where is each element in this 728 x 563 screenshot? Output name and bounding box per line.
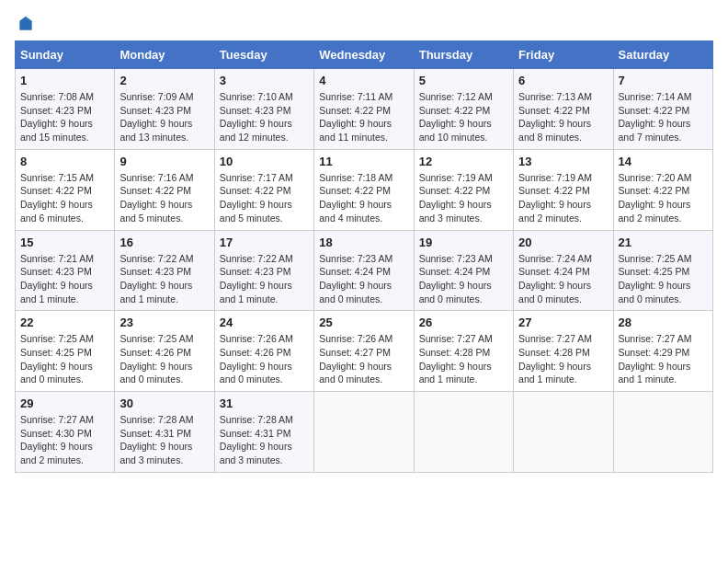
calendar-cell: 1 Sunrise: 7:08 AM Sunset: 4:23 PM Dayli…	[16, 69, 115, 150]
day-number: 17	[220, 236, 309, 249]
calendar-cell: 14 Sunrise: 7:20 AM Sunset: 4:22 PM Dayl…	[613, 149, 712, 230]
day-info: Sunrise: 7:22 AM Sunset: 4:23 PM Dayligh…	[119, 252, 209, 306]
day-number: 22	[20, 316, 109, 329]
calendar-cell: 27 Sunrise: 7:27 AM Sunset: 4:28 PM Dayl…	[514, 311, 613, 392]
header-friday: Friday	[514, 41, 613, 69]
day-number: 12	[419, 155, 508, 168]
calendar-cell: 7 Sunrise: 7:14 AM Sunset: 4:22 PM Dayli…	[613, 69, 712, 150]
page-header	[15, 15, 713, 33]
calendar-header-row: SundayMondayTuesdayWednesdayThursdayFrid…	[16, 41, 713, 69]
day-info: Sunrise: 7:13 AM Sunset: 4:22 PM Dayligh…	[518, 90, 608, 144]
header-wednesday: Wednesday	[314, 41, 414, 69]
calendar-week-5: 29 Sunrise: 7:27 AM Sunset: 4:30 PM Dayl…	[16, 392, 713, 473]
day-info: Sunrise: 7:26 AM Sunset: 4:27 PM Dayligh…	[319, 332, 408, 386]
day-info: Sunrise: 7:08 AM Sunset: 4:23 PM Dayligh…	[20, 90, 109, 144]
day-number: 30	[119, 396, 209, 410]
day-number: 8	[20, 155, 109, 168]
calendar-cell: 3 Sunrise: 7:10 AM Sunset: 4:23 PM Dayli…	[214, 69, 313, 150]
day-number: 18	[319, 236, 408, 249]
calendar-cell: 9 Sunrise: 7:16 AM Sunset: 4:22 PM Dayli…	[115, 149, 214, 230]
day-info: Sunrise: 7:09 AM Sunset: 4:23 PM Dayligh…	[119, 90, 209, 144]
day-number: 13	[518, 155, 608, 168]
day-info: Sunrise: 7:28 AM Sunset: 4:31 PM Dayligh…	[220, 413, 309, 467]
day-number: 3	[220, 74, 309, 87]
calendar-cell: 19 Sunrise: 7:23 AM Sunset: 4:24 PM Dayl…	[414, 230, 513, 311]
calendar-cell: 8 Sunrise: 7:15 AM Sunset: 4:22 PM Dayli…	[16, 149, 115, 230]
calendar-cell: 24 Sunrise: 7:26 AM Sunset: 4:26 PM Dayl…	[214, 311, 313, 392]
calendar-week-2: 8 Sunrise: 7:15 AM Sunset: 4:22 PM Dayli…	[16, 149, 713, 230]
day-number: 25	[319, 316, 408, 329]
day-info: Sunrise: 7:25 AM Sunset: 4:26 PM Dayligh…	[119, 332, 209, 386]
day-info: Sunrise: 7:26 AM Sunset: 4:26 PM Dayligh…	[220, 332, 309, 386]
day-number: 21	[619, 236, 708, 249]
day-info: Sunrise: 7:19 AM Sunset: 4:22 PM Dayligh…	[419, 171, 508, 225]
header-sunday: Sunday	[16, 41, 115, 69]
day-number: 16	[119, 236, 209, 249]
day-number: 20	[518, 236, 608, 249]
day-info: Sunrise: 7:10 AM Sunset: 4:23 PM Dayligh…	[220, 90, 309, 144]
day-number: 4	[319, 74, 408, 87]
day-info: Sunrise: 7:22 AM Sunset: 4:23 PM Dayligh…	[220, 252, 309, 306]
calendar-week-4: 22 Sunrise: 7:25 AM Sunset: 4:25 PM Dayl…	[16, 311, 713, 392]
calendar-cell	[314, 392, 414, 473]
day-info: Sunrise: 7:11 AM Sunset: 4:22 PM Dayligh…	[319, 90, 408, 144]
calendar-cell: 12 Sunrise: 7:19 AM Sunset: 4:22 PM Dayl…	[414, 149, 513, 230]
calendar-cell: 26 Sunrise: 7:27 AM Sunset: 4:28 PM Dayl…	[414, 311, 513, 392]
day-info: Sunrise: 7:18 AM Sunset: 4:22 PM Dayligh…	[319, 171, 408, 225]
calendar-cell: 29 Sunrise: 7:27 AM Sunset: 4:30 PM Dayl…	[16, 392, 115, 473]
day-info: Sunrise: 7:23 AM Sunset: 4:24 PM Dayligh…	[319, 252, 408, 306]
day-info: Sunrise: 7:16 AM Sunset: 4:22 PM Dayligh…	[119, 171, 209, 225]
day-number: 7	[619, 74, 708, 87]
calendar-cell: 15 Sunrise: 7:21 AM Sunset: 4:23 PM Dayl…	[16, 230, 115, 311]
calendar-cell	[514, 392, 613, 473]
calendar-cell: 16 Sunrise: 7:22 AM Sunset: 4:23 PM Dayl…	[115, 230, 214, 311]
day-info: Sunrise: 7:28 AM Sunset: 4:31 PM Dayligh…	[119, 413, 209, 467]
calendar-cell: 30 Sunrise: 7:28 AM Sunset: 4:31 PM Dayl…	[115, 392, 214, 473]
day-number: 31	[220, 396, 309, 410]
day-number: 1	[20, 74, 109, 87]
header-tuesday: Tuesday	[214, 41, 313, 69]
calendar-cell: 6 Sunrise: 7:13 AM Sunset: 4:22 PM Dayli…	[514, 69, 613, 150]
logo-icon	[17, 15, 35, 33]
day-number: 19	[419, 236, 508, 249]
day-info: Sunrise: 7:20 AM Sunset: 4:22 PM Dayligh…	[619, 171, 708, 225]
calendar-cell: 2 Sunrise: 7:09 AM Sunset: 4:23 PM Dayli…	[115, 69, 214, 150]
calendar-cell: 23 Sunrise: 7:25 AM Sunset: 4:26 PM Dayl…	[115, 311, 214, 392]
header-monday: Monday	[115, 41, 214, 69]
calendar-cell	[414, 392, 513, 473]
calendar-cell: 22 Sunrise: 7:25 AM Sunset: 4:25 PM Dayl…	[16, 311, 115, 392]
day-number: 14	[619, 155, 708, 168]
calendar-cell: 4 Sunrise: 7:11 AM Sunset: 4:22 PM Dayli…	[314, 69, 414, 150]
day-number: 9	[119, 155, 209, 168]
header-thursday: Thursday	[414, 41, 513, 69]
day-number: 29	[20, 396, 109, 410]
day-info: Sunrise: 7:17 AM Sunset: 4:22 PM Dayligh…	[220, 171, 309, 225]
day-number: 28	[619, 316, 708, 329]
day-info: Sunrise: 7:14 AM Sunset: 4:22 PM Dayligh…	[619, 90, 708, 144]
day-info: Sunrise: 7:27 AM Sunset: 4:29 PM Dayligh…	[619, 332, 708, 386]
day-info: Sunrise: 7:27 AM Sunset: 4:30 PM Dayligh…	[20, 413, 109, 467]
day-number: 5	[419, 74, 508, 87]
day-info: Sunrise: 7:21 AM Sunset: 4:23 PM Dayligh…	[20, 252, 109, 306]
day-info: Sunrise: 7:27 AM Sunset: 4:28 PM Dayligh…	[518, 332, 608, 386]
calendar-cell: 21 Sunrise: 7:25 AM Sunset: 4:25 PM Dayl…	[613, 230, 712, 311]
logo	[15, 15, 35, 33]
day-number: 26	[419, 316, 508, 329]
day-info: Sunrise: 7:24 AM Sunset: 4:24 PM Dayligh…	[518, 252, 608, 306]
day-number: 15	[20, 236, 109, 249]
day-number: 10	[220, 155, 309, 168]
calendar-cell: 11 Sunrise: 7:18 AM Sunset: 4:22 PM Dayl…	[314, 149, 414, 230]
calendar-table: SundayMondayTuesdayWednesdayThursdayFrid…	[15, 40, 713, 473]
day-number: 2	[119, 74, 209, 87]
calendar-cell: 31 Sunrise: 7:28 AM Sunset: 4:31 PM Dayl…	[214, 392, 313, 473]
day-number: 24	[220, 316, 309, 329]
day-number: 23	[119, 316, 209, 329]
calendar-cell: 13 Sunrise: 7:19 AM Sunset: 4:22 PM Dayl…	[514, 149, 613, 230]
calendar-cell: 20 Sunrise: 7:24 AM Sunset: 4:24 PM Dayl…	[514, 230, 613, 311]
day-info: Sunrise: 7:25 AM Sunset: 4:25 PM Dayligh…	[20, 332, 109, 386]
day-number: 6	[518, 74, 608, 87]
calendar-cell: 10 Sunrise: 7:17 AM Sunset: 4:22 PM Dayl…	[214, 149, 313, 230]
calendar-cell: 18 Sunrise: 7:23 AM Sunset: 4:24 PM Dayl…	[314, 230, 414, 311]
calendar-cell	[613, 392, 712, 473]
calendar-week-1: 1 Sunrise: 7:08 AM Sunset: 4:23 PM Dayli…	[16, 69, 713, 150]
